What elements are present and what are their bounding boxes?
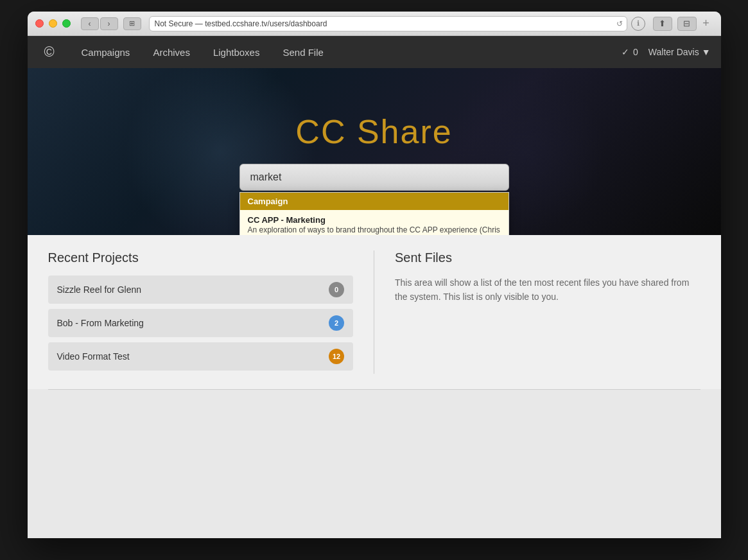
app-window: ‹ › ⊞ Not Secure — testbed.ccshare.tv/us… (28, 12, 721, 538)
search-dropdown: Campaign CC APP - Marketing An explorati… (239, 192, 509, 235)
url-bar[interactable]: Not Secure — testbed.ccshare.tv/users/da… (149, 16, 627, 31)
nav-link-archives[interactable]: Archives (143, 42, 200, 63)
nav-link-lightboxes[interactable]: Lightboxes (203, 42, 270, 63)
hero-title: CC Share (295, 112, 452, 151)
toolbar-right: ⬆ ⊟ (653, 17, 697, 31)
logo-symbol: © (44, 44, 54, 60)
project-badge: 12 (329, 349, 344, 364)
bottom-divider (48, 389, 700, 390)
sent-files-title: Sent Files (395, 250, 700, 265)
project-name: Sizzle Reel for Glenn (57, 284, 142, 295)
sent-files-section: Sent Files This area will show a list of… (395, 250, 700, 374)
share-button[interactable]: ⬆ (653, 17, 672, 31)
user-menu[interactable]: Walter Davis ▼ (648, 47, 711, 57)
traffic-lights (35, 19, 71, 28)
project-name: Bob - From Marketing (57, 318, 144, 328)
nav-link-sendfile[interactable]: Send File (272, 42, 333, 63)
user-dropdown-icon: ▼ (702, 47, 711, 57)
info-icon[interactable]: ℹ (631, 17, 645, 31)
dropdown-section-header-campaign: Campaign (240, 193, 509, 210)
url-text: Not Secure — testbed.ccshare.tv/users/da… (155, 19, 327, 28)
project-item-sizzle[interactable]: Sizzle Reel for Glenn 0 (48, 276, 354, 304)
task-count[interactable]: ✓ 0 (622, 47, 638, 57)
project-name: Video Format Test (57, 351, 130, 362)
recent-projects-title: Recent Projects (48, 250, 354, 265)
close-button[interactable] (35, 19, 44, 28)
refresh-icon[interactable]: ↺ (616, 19, 623, 28)
maximize-button[interactable] (62, 19, 71, 28)
new-tab-button[interactable]: + (699, 17, 713, 31)
url-bar-container: Not Secure — testbed.ccshare.tv/users/da… (149, 16, 645, 31)
main-content: Recent Projects Sizzle Reel for Glenn 0 … (28, 235, 721, 389)
app-nav: © Campaigns Archives Lightboxes Send Fil… (28, 36, 721, 68)
recent-projects-section: Recent Projects Sizzle Reel for Glenn 0 … (48, 250, 354, 374)
project-list: Sizzle Reel for Glenn 0 Bob - From Marke… (48, 276, 354, 371)
sent-files-description: This area will show a list of the ten mo… (395, 276, 700, 304)
project-badge: 2 (329, 315, 344, 331)
search-input[interactable] (239, 164, 509, 191)
task-icon: ✓ (622, 47, 629, 57)
task-count-value: 0 (633, 47, 638, 57)
project-item-bob[interactable]: Bob - From Marketing 2 (48, 309, 354, 337)
reader-view-button[interactable]: ⊞ (123, 17, 141, 30)
dropdown-item-cc-app-marketing[interactable]: CC APP - Marketing An exploration of way… (240, 210, 509, 235)
search-container: Campaign CC APP - Marketing An explorati… (239, 164, 509, 191)
user-name: Walter Davis (648, 47, 699, 57)
project-badge: 0 (329, 282, 344, 297)
nav-right: ✓ 0 Walter Davis ▼ (622, 47, 710, 57)
dropdown-item-sub: An exploration of ways to brand througho… (248, 225, 501, 235)
nav-link-campaigns[interactable]: Campaigns (71, 42, 141, 63)
dropdown-item-title: CC APP - Marketing (248, 215, 501, 225)
project-item-video[interactable]: Video Format Test 12 (48, 342, 354, 371)
nav-links: Campaigns Archives Lightboxes Send File (71, 42, 622, 63)
app-logo: © (38, 40, 61, 64)
hero-section: CC Share Campaign CC APP - Marketing An … (28, 68, 721, 235)
vertical-divider (374, 250, 374, 374)
reading-list-button[interactable]: ⊟ (677, 17, 697, 31)
minimize-button[interactable] (49, 19, 57, 28)
title-bar: ‹ › ⊞ Not Secure — testbed.ccshare.tv/us… (28, 12, 721, 36)
forward-button[interactable]: › (100, 17, 118, 30)
back-button[interactable]: ‹ (81, 17, 99, 30)
browser-nav-buttons: ‹ › (81, 17, 118, 30)
